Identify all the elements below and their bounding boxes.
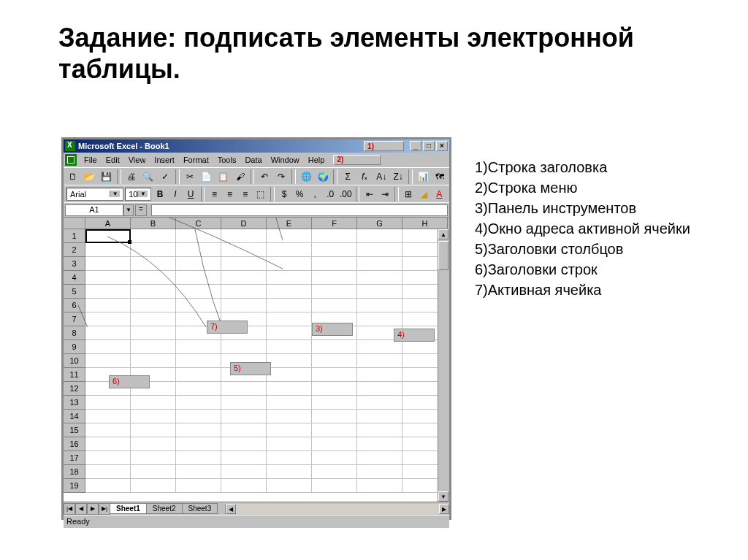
print-icon[interactable]: 🖨 <box>123 169 140 184</box>
cell[interactable] <box>131 326 176 340</box>
align-left-icon[interactable]: ≡ <box>207 187 221 202</box>
cell[interactable] <box>221 437 267 451</box>
cell[interactable] <box>267 368 312 382</box>
increase-decimal-icon[interactable]: .0 <box>324 187 337 202</box>
cell[interactable] <box>221 465 267 479</box>
cell[interactable] <box>131 396 176 410</box>
cell[interactable] <box>131 340 176 354</box>
cell[interactable] <box>85 271 131 285</box>
web-toolbar-icon[interactable]: 🌍 <box>315 169 331 184</box>
horizontal-scrollbar[interactable]: ◀ ▶ <box>225 504 449 514</box>
row-header[interactable]: 9 <box>64 340 85 354</box>
cell[interactable] <box>357 312 402 326</box>
cell[interactable] <box>312 285 357 299</box>
cell[interactable] <box>85 285 131 299</box>
comma-icon[interactable]: , <box>308 187 322 202</box>
decrease-indent-icon[interactable]: ⇤ <box>362 187 376 202</box>
col-header[interactable]: A <box>85 218 131 229</box>
minimize-button[interactable]: _ <box>410 141 421 151</box>
cell[interactable] <box>357 368 402 382</box>
cell[interactable] <box>85 451 131 465</box>
cell[interactable] <box>176 382 221 396</box>
cut-icon[interactable]: ✂ <box>182 169 198 184</box>
cell[interactable] <box>85 243 131 257</box>
tab-first-icon[interactable]: |◀ <box>64 503 75 515</box>
scroll-right-icon[interactable]: ▶ <box>439 504 449 514</box>
cell[interactable] <box>267 299 312 312</box>
cell[interactable] <box>221 340 267 354</box>
row-header[interactable]: 2 <box>64 243 85 257</box>
cell[interactable] <box>85 423 131 437</box>
cell[interactable] <box>357 299 402 312</box>
cell[interactable] <box>267 410 312 423</box>
sheet-tab[interactable]: Sheet1 <box>110 503 147 514</box>
cell[interactable] <box>267 271 312 285</box>
cell[interactable] <box>312 437 357 451</box>
cell[interactable] <box>267 437 312 451</box>
cell[interactable] <box>312 382 357 396</box>
cell[interactable] <box>176 437 221 451</box>
cell[interactable] <box>131 479 176 493</box>
cell[interactable] <box>267 229 312 243</box>
cell[interactable] <box>221 479 267 493</box>
cell[interactable] <box>267 340 312 354</box>
chart-icon[interactable]: 📊 <box>415 169 431 184</box>
borders-icon[interactable]: ⊞ <box>402 187 416 202</box>
cell[interactable] <box>85 299 131 312</box>
cell[interactable] <box>357 257 402 271</box>
cell[interactable] <box>357 396 402 410</box>
cell[interactable] <box>176 229 221 243</box>
cell[interactable] <box>312 243 357 257</box>
cell[interactable] <box>176 285 221 299</box>
cell[interactable] <box>176 396 221 410</box>
align-center-icon[interactable]: ≡ <box>223 187 237 202</box>
cell[interactable] <box>221 451 267 465</box>
col-header[interactable]: C <box>176 218 221 229</box>
chevron-down-icon[interactable]: ▼ <box>110 191 120 197</box>
open-icon[interactable]: 📂 <box>82 169 98 184</box>
row-header[interactable]: 4 <box>64 271 85 285</box>
row-header[interactable]: 3 <box>64 257 85 271</box>
cell[interactable] <box>85 312 131 326</box>
cell[interactable] <box>267 479 312 493</box>
cell[interactable] <box>357 382 402 396</box>
cell[interactable] <box>312 423 357 437</box>
cell[interactable] <box>85 465 131 479</box>
maximize-button[interactable]: □ <box>423 141 435 151</box>
row-header[interactable]: 7 <box>64 312 85 326</box>
tab-last-icon[interactable]: ▶| <box>99 503 110 515</box>
cell[interactable] <box>357 410 402 423</box>
cell[interactable] <box>357 423 402 437</box>
col-header[interactable]: B <box>131 218 176 229</box>
cell[interactable] <box>312 354 357 368</box>
row-header[interactable]: 17 <box>64 451 85 465</box>
cell[interactable] <box>131 285 176 299</box>
cell[interactable] <box>131 410 176 423</box>
menu-help[interactable]: Help <box>304 154 329 166</box>
cell[interactable] <box>357 437 402 451</box>
cell[interactable] <box>267 382 312 396</box>
bold-icon[interactable]: B <box>153 187 167 202</box>
cell[interactable] <box>221 299 267 312</box>
row-header[interactable]: 15 <box>64 423 85 437</box>
cell[interactable] <box>176 271 221 285</box>
row-header[interactable]: 6 <box>64 299 85 312</box>
cell[interactable] <box>267 243 312 257</box>
cell[interactable] <box>176 451 221 465</box>
menu-insert[interactable]: Insert <box>150 154 179 166</box>
fill-color-icon[interactable]: ◢ <box>417 187 431 202</box>
cell[interactable] <box>85 326 131 340</box>
cell[interactable] <box>267 326 312 340</box>
hyperlink-icon[interactable]: 🌐 <box>298 169 314 184</box>
row-header[interactable]: 12 <box>64 382 85 396</box>
name-box-dropdown[interactable]: ▼ <box>123 204 134 216</box>
cell[interactable] <box>221 271 267 285</box>
font-color-icon[interactable]: A <box>432 187 446 202</box>
cell[interactable] <box>267 451 312 465</box>
align-right-icon[interactable]: ≡ <box>238 187 252 202</box>
row-header[interactable]: 1 <box>64 229 85 243</box>
name-box[interactable]: A1 <box>65 204 123 216</box>
cell[interactable] <box>176 257 221 271</box>
cell[interactable] <box>357 271 402 285</box>
cell[interactable] <box>221 243 267 257</box>
